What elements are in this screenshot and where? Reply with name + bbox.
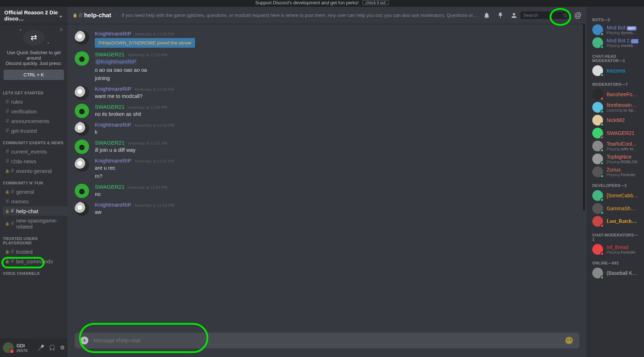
channel-label: verification (11, 108, 37, 114)
hash-icon: # (11, 220, 14, 227)
channel-label: events-general (16, 168, 52, 174)
self-avatar[interactable] (3, 342, 14, 353)
member-activity: Listening to Spotify (607, 108, 638, 112)
message-avatar[interactable] (75, 30, 89, 45)
member-item[interactable]: Mod BotBOTPlaying dynobot.net | ?help (589, 23, 641, 36)
message-text: o ao oa oao oao ao oa (95, 66, 579, 74)
member-item[interactable]: GammaShock (589, 202, 641, 215)
message-username[interactable]: KnightmareRIP (95, 158, 131, 164)
channel-topic[interactable]: If you need help with the game (glitches… (116, 13, 478, 18)
message-text: rn? (95, 173, 579, 180)
channel-section-header[interactable]: LETS GET STARTED (0, 86, 68, 97)
channel-item-current_events[interactable]: #current_events (3, 147, 68, 156)
message-avatar[interactable] (75, 202, 89, 216)
nitro-banner: Support Discord's development and get fu… (0, 0, 644, 7)
scrollbar-track[interactable] (583, 24, 585, 333)
message-avatar[interactable] (75, 104, 89, 118)
scrollbar-thumb[interactable] (583, 24, 585, 211)
server-header[interactable]: Official Reason 2 Die disco… ⌄ (0, 7, 68, 24)
member-item[interactable]: finntheswine (FinnListening to Spotify (589, 101, 641, 114)
channel-label: rules (11, 99, 23, 105)
message-username[interactable]: SWAGER21 (95, 140, 125, 146)
embed-banner: PrHasDOWN_SYNDROME joined the server (95, 38, 195, 48)
message-text: want me to modcall? (95, 93, 579, 100)
channel-item-general[interactable]: 🔒#general (3, 187, 68, 196)
banner-button[interactable]: check it out (362, 0, 389, 5)
status-indicator (600, 97, 604, 100)
channel-item-events-general[interactable]: 🔒#events-general (3, 166, 68, 175)
channel-item-trusted[interactable]: 🔒#trusted (3, 247, 68, 256)
channel-section-header[interactable]: TRUSTED USERS PLAYGROUND (0, 231, 68, 246)
message-avatar[interactable] (75, 51, 89, 66)
members-icon[interactable] (510, 12, 518, 19)
voice-section-header[interactable]: VOICE CHANNELS (0, 266, 68, 277)
member-item[interactable]: [SomeCabbage] Y (589, 189, 641, 202)
channel-item-announcements[interactable]: #announcements (3, 116, 68, 126)
message-username[interactable]: KnightmareRIP (95, 30, 131, 37)
message-timestamp: Yesterday at 11:51 PM (128, 141, 167, 145)
status-indicator (600, 252, 604, 255)
message-avatar[interactable] (75, 184, 89, 198)
mute-icon[interactable]: 🎤 (38, 344, 45, 351)
message-avatar[interactable] (75, 122, 89, 136)
member-item[interactable]: Nick682 (589, 114, 641, 127)
search-input[interactable] (523, 13, 563, 18)
message-timestamp: Yesterday at 11:50 PM (134, 87, 174, 91)
mention[interactable]: @KnightmareRIP (95, 59, 137, 65)
message-avatar[interactable] (75, 140, 89, 154)
member-item[interactable]: Mod Bot 2BOTPlaying mee6bot.com (589, 36, 641, 49)
message-avatar[interactable] (75, 86, 89, 100)
settings-icon[interactable]: ⚙ (60, 344, 65, 351)
member-avatar (592, 24, 603, 35)
message-username[interactable]: KnightmareRIP (95, 202, 131, 208)
status-indicator (600, 149, 604, 152)
channel-item-get-trusted[interactable]: #get-trusted (3, 126, 68, 135)
member-item[interactable]: ZuriusPlaying Fortnite (589, 165, 641, 178)
close-icon[interactable]: ✕ (59, 27, 63, 32)
message-username[interactable]: KnightmareRIP (95, 86, 131, 92)
message-avatar[interactable] (75, 158, 89, 172)
quick-switcher-button[interactable]: CTRL + K (4, 70, 64, 80)
attach-button[interactable]: + (80, 337, 88, 344)
channel-item-r2da-news[interactable]: #r2da-news (3, 156, 68, 166)
message-username[interactable]: SWAGER21 (95, 104, 125, 110)
member-item[interactable]: Lost_Ratchet - ( (589, 215, 641, 228)
emoji-picker-icon[interactable]: 😶 (565, 336, 574, 345)
member-item[interactable]: SWAGER21 (589, 127, 641, 140)
message-timestamp: Yesterday at 11:50 PM (128, 53, 167, 57)
status-indicator (600, 32, 604, 36)
member-item[interactable]: TopbigNicePlaying ROBLOX (589, 152, 641, 165)
channel-section-header[interactable]: COMMUNITY EVENTS & NEWS (0, 136, 68, 146)
search-box[interactable] (520, 11, 571, 19)
channel-item-verification[interactable]: #verification (3, 107, 68, 116)
hash-icon: # (11, 258, 14, 264)
mentions-icon[interactable]: @ (574, 11, 582, 19)
channel-item-memes[interactable]: #memes (3, 197, 68, 206)
channel-item-bot_commands[interactable]: 🔒#bot_commands (3, 257, 68, 266)
message-timestamp: Yesterday at 11:50 PM (128, 105, 167, 109)
lock-icon: 🔒 (5, 222, 9, 226)
pin-icon[interactable] (497, 12, 504, 19)
channel-section-header[interactable]: COMMUNITY N' FUN (0, 176, 68, 187)
message-input[interactable] (93, 338, 565, 343)
member-item[interactable]: TearfulCoolSonicPlaying with his food (589, 140, 641, 152)
member-item[interactable]: BansheeFox (My M (589, 88, 641, 101)
message-username[interactable]: SWAGER21 (95, 51, 125, 57)
message: KnightmareRIPYesterday at 11:50 PMwant m… (75, 83, 579, 101)
channel-item-help-chat[interactable]: 🔒#help-chat (3, 206, 68, 216)
server-name: Official Reason 2 Die disco… (4, 9, 59, 22)
channel-item-new-spacegame-related[interactable]: 🔒#new-spacegame-related (3, 216, 68, 231)
message-username[interactable]: SWAGER21 (95, 184, 125, 190)
message-username[interactable]: KnightmareRIP (95, 122, 131, 128)
chat-header: 🔒 # help-chat If you need help with the … (68, 7, 587, 24)
deafen-icon[interactable]: 🎧 (49, 344, 56, 351)
status-indicator (600, 123, 604, 126)
member-item[interactable]: Kezzera (589, 64, 641, 77)
member-avatar (592, 102, 603, 113)
channel-item-rules[interactable]: #rules (3, 97, 68, 106)
bell-icon[interactable] (483, 12, 490, 19)
member-item[interactable]: (Baseball Kiddo)U (589, 267, 641, 280)
chevron-down-icon: ⌄ (59, 12, 63, 19)
member-item[interactable]: Inf_BreadPlaying Fortnite (589, 243, 641, 256)
channel-label: general (16, 189, 34, 195)
